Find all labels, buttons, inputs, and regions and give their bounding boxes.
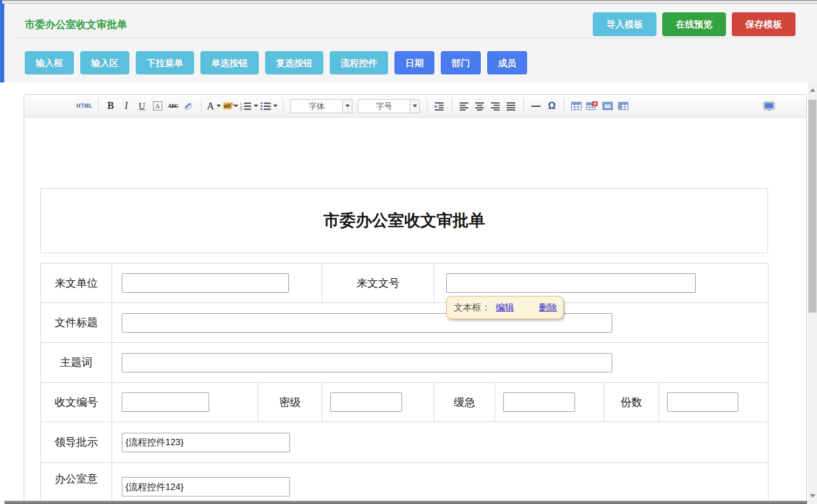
caret-down-icon bbox=[273, 105, 278, 107]
widget-tooltip: 文本框： 编辑 删除 bbox=[446, 296, 564, 319]
receipt-number-input[interactable] bbox=[122, 392, 209, 412]
caret-down-icon bbox=[413, 105, 417, 107]
header-actions: 导入模板 在线预览 保存模板 bbox=[593, 12, 795, 36]
table-row: 来文单位 来文文号 bbox=[41, 264, 768, 303]
toolbar-separator bbox=[427, 99, 427, 113]
delete-table-button[interactable] bbox=[585, 99, 599, 113]
subject-words-input[interactable] bbox=[122, 353, 612, 372]
italic-icon: I bbox=[124, 100, 128, 112]
remove-format-button[interactable] bbox=[182, 99, 196, 113]
scroll-up-icon[interactable] bbox=[810, 88, 815, 92]
table-cell-properties-button[interactable] bbox=[601, 99, 614, 113]
align-left-button[interactable] bbox=[458, 99, 471, 113]
urgency-input[interactable] bbox=[503, 392, 575, 412]
underline-icon: U bbox=[139, 101, 145, 112]
widget-dropdown-button[interactable]: 下拉菜单 bbox=[136, 51, 194, 74]
vertical-scrollbar[interactable] bbox=[808, 82, 817, 504]
widget-department-button[interactable]: 部门 bbox=[441, 51, 481, 74]
highlight-color-button[interactable]: ab✎ bbox=[223, 99, 239, 113]
font-size-label: 字号 bbox=[358, 100, 410, 113]
select-arrow[interactable] bbox=[342, 100, 352, 113]
leader-instructions-input[interactable] bbox=[122, 433, 290, 452]
copies-count-input[interactable] bbox=[667, 392, 738, 412]
widget-textarea-button[interactable]: 输入区 bbox=[80, 51, 129, 74]
bold-icon: B bbox=[107, 100, 114, 112]
horizontal-rule-button[interactable] bbox=[529, 99, 543, 113]
header-divider bbox=[16, 38, 804, 38]
table-row-properties-button[interactable] bbox=[617, 99, 630, 113]
left-accent-strip bbox=[0, 4, 4, 82]
field-label: 文件标题 bbox=[41, 303, 112, 343]
widget-checkbox-button[interactable]: 复选按钮 bbox=[265, 51, 323, 74]
online-preview-button[interactable]: 在线预览 bbox=[662, 12, 726, 36]
ordered-list-button[interactable]: 1 2 3 bbox=[240, 99, 258, 113]
align-right-icon bbox=[490, 101, 501, 111]
unordered-list-button[interactable] bbox=[260, 99, 278, 113]
fullscreen-button[interactable] bbox=[762, 99, 776, 113]
secrecy-level-input[interactable] bbox=[330, 392, 402, 412]
indent-icon bbox=[434, 101, 445, 111]
incoming-unit-input[interactable] bbox=[122, 273, 289, 293]
font-size-select[interactable]: 字号 bbox=[358, 99, 420, 113]
incoming-doc-number-input[interactable] bbox=[446, 273, 696, 293]
tooltip-delete-link[interactable]: 删除 bbox=[539, 301, 557, 314]
font-color-icon: A bbox=[207, 100, 214, 112]
form-title-cell: 市委办公室收文审批单 bbox=[40, 188, 768, 253]
page-title: 市委办公室收文审批单 bbox=[25, 18, 127, 32]
align-justify-button[interactable] bbox=[504, 99, 518, 113]
save-template-button[interactable]: 保存模板 bbox=[732, 12, 795, 36]
insert-table-button[interactable] bbox=[570, 99, 583, 113]
special-character-button[interactable]: Ω bbox=[545, 99, 558, 113]
align-right-button[interactable] bbox=[489, 99, 502, 113]
strikethrough-button[interactable]: ABC bbox=[167, 99, 180, 113]
scroll-down-icon[interactable] bbox=[810, 494, 815, 498]
scrollbar-thumb[interactable] bbox=[808, 100, 816, 313]
toolbar-separator bbox=[201, 99, 202, 113]
field-label: 份数 bbox=[604, 383, 659, 422]
tooltip-edit-link[interactable]: 编辑 bbox=[496, 301, 514, 314]
approval-form-table: 来文单位 来文文号 文件标题 主题词 收文编号 密级 bbox=[40, 263, 768, 504]
indent-button[interactable] bbox=[433, 99, 446, 113]
pencil-icon: ✎ bbox=[230, 101, 235, 108]
widget-flow-control-button[interactable]: 流程控件 bbox=[330, 51, 388, 74]
field-label: 办公室意 bbox=[41, 463, 112, 504]
office-opinion-input[interactable] bbox=[122, 477, 290, 496]
widget-button-row: 输入框 输入区 下拉菜单 单选按钮 复选按钮 流程控件 日期 部门 成员 bbox=[25, 51, 527, 74]
eraser-icon bbox=[183, 101, 194, 111]
widget-input-box-button[interactable]: 输入框 bbox=[25, 51, 74, 74]
import-template-button[interactable]: 导入模板 bbox=[593, 12, 656, 36]
table-row: 办公室意 bbox=[41, 463, 768, 504]
header: 市委办公室收文审批单 导入模板 在线预览 保存模板 输入框 输入区 下拉菜单 单… bbox=[4, 4, 817, 82]
font-color-button[interactable]: A bbox=[207, 99, 221, 113]
widget-radio-button[interactable]: 单选按钮 bbox=[200, 51, 259, 74]
align-center-button[interactable] bbox=[473, 99, 487, 113]
table-row: 领导批示 bbox=[41, 422, 768, 463]
insert-table-icon bbox=[571, 101, 581, 111]
source-code-button[interactable]: HTML bbox=[77, 99, 93, 113]
font-family-select[interactable]: 字体 bbox=[290, 99, 352, 113]
toolbar-separator bbox=[564, 99, 564, 113]
rich-text-editor: HTML B I U A ABC bbox=[24, 94, 807, 504]
table-cell-properties-icon bbox=[603, 101, 613, 111]
widget-member-button[interactable]: 成员 bbox=[487, 51, 527, 74]
toolbar-separator bbox=[283, 99, 283, 113]
window-top-edge bbox=[0, 0, 817, 4]
tooltip-label: 文本框： bbox=[454, 301, 490, 314]
font-attribute-button[interactable]: A bbox=[151, 99, 164, 113]
highlight-icon: ab✎ bbox=[223, 102, 232, 109]
bold-button[interactable]: B bbox=[104, 99, 117, 113]
caret-down-icon bbox=[254, 105, 258, 107]
font-box-icon: A bbox=[153, 101, 162, 111]
strikethrough-icon: ABC bbox=[168, 103, 178, 109]
select-arrow[interactable] bbox=[410, 100, 419, 113]
widget-date-button[interactable]: 日期 bbox=[394, 51, 434, 74]
italic-button[interactable]: I bbox=[120, 99, 133, 113]
underline-button[interactable]: U bbox=[135, 99, 149, 113]
editor-document[interactable]: 市委办公室收文审批单 来文单位 来文文号 文件标题 主 bbox=[24, 188, 806, 504]
field-label: 主题词 bbox=[41, 343, 112, 383]
caret-down-icon bbox=[345, 105, 350, 107]
align-center-icon bbox=[475, 101, 485, 111]
form-title: 市委办公室收文审批单 bbox=[323, 210, 485, 232]
table-row: 主题词 bbox=[41, 343, 768, 383]
align-justify-icon bbox=[506, 101, 516, 111]
